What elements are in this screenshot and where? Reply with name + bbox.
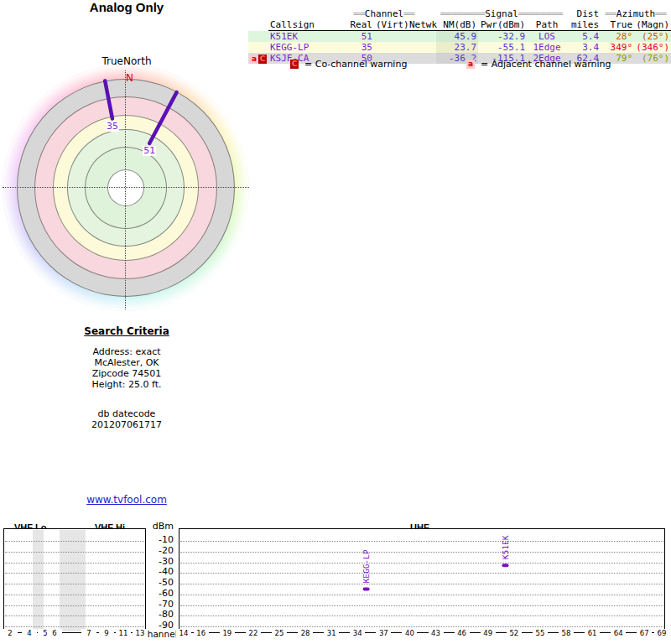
miles-cell: 3.4 [567, 42, 601, 53]
dist-group-header: Dist [567, 8, 601, 19]
dbm-gridline [180, 605, 663, 606]
dbm-gridline [180, 584, 663, 584]
uhf-channel-tick: 40 [402, 629, 417, 638]
radar-title: Analog Only [0, 0, 253, 14]
dbm-gridline [5, 605, 144, 606]
radar-plot: N 3551 [3, 65, 249, 311]
db-datecode-label: db datecode [0, 408, 253, 419]
callsign-cell: K51EK [268, 31, 332, 43]
uhf-channel-tick: 34 [350, 629, 365, 638]
col-miles: miles [567, 19, 601, 31]
dbm-gridline [5, 573, 144, 574]
dbm-gridline [180, 626, 663, 627]
dbm-gridline [180, 573, 663, 574]
adjacent-channel-legend-text: = Adjacent channel warning [481, 59, 611, 70]
azimuth-true-cell: 28° [601, 31, 634, 43]
dbm-tick-label: -70 [143, 600, 174, 610]
signal-group-header: ════════Signal════════ [436, 8, 567, 19]
vhf-channel-tick: 2 [3, 629, 18, 638]
dbm-gridline [5, 626, 144, 627]
adjacent-channel-warning-badge: a [250, 55, 258, 64]
col-nm: NM(dB) [436, 19, 478, 31]
callsign-cell: KEGG-LP [268, 42, 332, 53]
crosshair-vertical [125, 70, 126, 309]
dbm-tick-label: -10 [143, 535, 174, 545]
vhf-channel-tick: 9 [99, 629, 114, 638]
col-callsign: Callsign [268, 19, 332, 31]
dbm-gridline [5, 584, 144, 584]
dbm-tick-label: -90 [143, 621, 174, 631]
dbm-gridline [5, 541, 144, 542]
dbm-tick-label: -60 [143, 589, 174, 599]
db-datecode-value: 201207061717 [0, 419, 253, 430]
uhf-channel-tick: 28 [298, 629, 313, 638]
uhf-channel-tick: 25 [272, 629, 287, 638]
table-column-header-row: Callsign Real (Virt) Netwk NM(dB) Pwr(dB… [248, 19, 671, 31]
dbm-gridline [180, 541, 663, 542]
nm-cell: 23.7 [436, 42, 478, 53]
azimuth-magn-cell: (25°) [634, 31, 671, 43]
station-marker [502, 564, 508, 567]
uhf-channel-tick: 22 [246, 629, 261, 638]
dbm-gridline [5, 615, 144, 616]
vhf-spectrum-panel: 2456791113 [3, 528, 146, 633]
station-marker [363, 588, 370, 591]
dbm-tick-label: -50 [143, 578, 174, 588]
channel-group-header: ══Channel══ [332, 8, 436, 19]
path-cell: LOS [527, 31, 567, 43]
uhf-station-markers: KEGG-LPK51EK [179, 529, 664, 632]
dbm-gridline [5, 595, 144, 595]
real-channel-cell: 35 [332, 42, 374, 53]
col-true: True [601, 19, 634, 31]
col-real: Real [332, 19, 374, 31]
crosshair-horizontal [3, 187, 249, 188]
uhf-channel-tick: 31 [324, 629, 339, 638]
radar-channel-label: 35 [106, 122, 119, 132]
dbm-tick-label: -40 [143, 567, 174, 577]
uhf-channel-tick: 14 [176, 629, 191, 638]
tvfool-report-page: Analog Only TrueNorth N 3551 ══Channel══… [0, 0, 671, 644]
station-row: K51EK 51 45.9 -32.9 LOS 5.4 28° (25°) [248, 31, 671, 43]
station-callsign-label: K51EK [501, 535, 510, 559]
uhf-channel-tick: 46 [455, 629, 470, 638]
col-magn: (Magn) [634, 19, 671, 31]
col-netwk: Netwk [408, 19, 436, 31]
dbm-gridline [180, 563, 663, 564]
co-channel-warning-icon: C [290, 60, 299, 69]
vhf-channel-tick: 11 [116, 629, 131, 638]
adjacent-channel-warning-icon: a [466, 60, 475, 69]
azimuth-true-cell: 349° [601, 42, 634, 53]
radar-channel-label: 51 [143, 146, 156, 156]
search-criteria-title: Search Criteria [0, 326, 253, 337]
station-table: ══Channel══ ════════Signal════════ Dist … [248, 8, 671, 64]
table-group-header-row: ══Channel══ ════════Signal════════ Dist … [248, 8, 671, 19]
station-callsign-label: KEGG-LP [362, 549, 371, 583]
path-cell: 1Edge [527, 42, 567, 53]
uhf-channel-tick: 52 [507, 629, 522, 638]
radar-center-circle [107, 169, 144, 206]
uhf-channel-tick: 67 [637, 629, 652, 638]
uhf-channel-tick: 58 [559, 629, 574, 638]
uhf-channel-tick: 55 [533, 629, 548, 638]
miles-cell: 5.4 [567, 31, 601, 43]
search-height-line: Height: 25.0 ft. [0, 379, 253, 390]
co-channel-legend: C = Co-channel warning [290, 59, 407, 70]
col-pwr: Pwr(dBm) [478, 19, 527, 31]
dbm-tick-label: -30 [143, 557, 174, 567]
tvfool-link[interactable]: www.tvfool.com [86, 494, 167, 506]
vhf-channel-tick: 7 [81, 629, 96, 638]
dbm-tick-label: -80 [143, 610, 174, 620]
uhf-spectrum-panel: KEGG-LPK51EK 141619222528313437404346495… [179, 528, 665, 633]
dbm-gridline [5, 552, 144, 553]
azimuth-magn-cell: (346°) [634, 42, 671, 53]
search-address-line: Address: exact [0, 346, 253, 357]
adjacent-channel-legend: a = Adjacent channel warning [466, 59, 611, 70]
pwr-cell: -32.9 [478, 31, 527, 43]
real-channel-cell: 51 [332, 31, 374, 43]
dbm-gridline [180, 552, 663, 553]
vhf-channel-tick: 4 [22, 629, 37, 638]
north-marker: N [126, 72, 133, 84]
search-zipcode-line: Zipcode 74501 [0, 368, 253, 379]
dbm-gridline [5, 563, 144, 564]
uhf-channel-tick: 69 [654, 629, 669, 638]
